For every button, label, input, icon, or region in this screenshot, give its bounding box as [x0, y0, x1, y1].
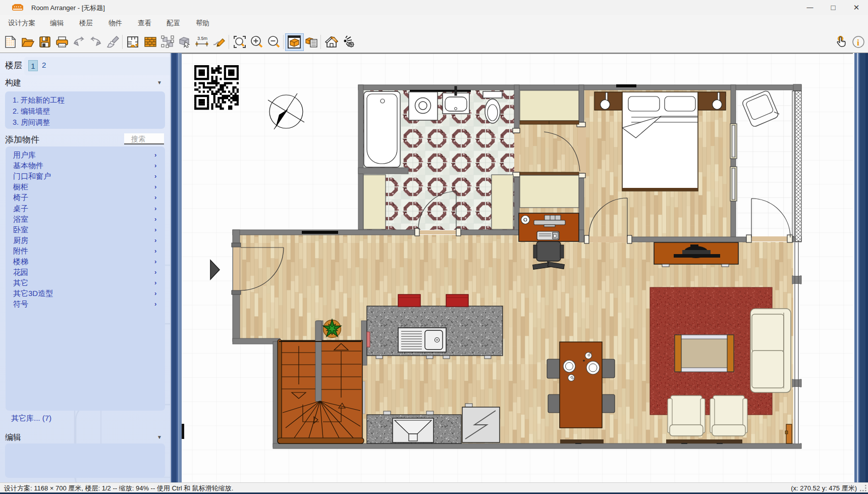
svg-text:i: i — [857, 38, 859, 47]
svg-text:3.5m: 3.5m — [197, 36, 207, 41]
